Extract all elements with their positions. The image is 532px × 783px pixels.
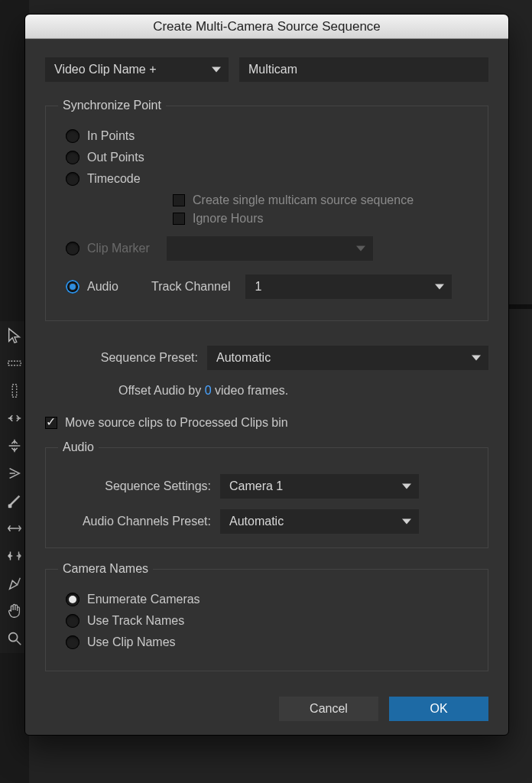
sequence-settings-value: Camera 1 bbox=[229, 479, 283, 493]
zoom-tool-icon[interactable] bbox=[3, 627, 26, 650]
checkbox-icon[interactable] bbox=[173, 194, 185, 206]
sequence-preset-value: Automatic bbox=[216, 351, 271, 365]
rolling-edit-icon[interactable] bbox=[3, 434, 26, 457]
track-channel-value: 1 bbox=[255, 280, 261, 294]
dialog-title: Create Multi-Camera Source Sequence bbox=[25, 15, 508, 39]
sequence-settings-dropdown[interactable]: Camera 1 bbox=[220, 474, 419, 499]
name-mode-value: Video Clip Name + bbox=[54, 63, 157, 76]
sequence-preset-dropdown[interactable]: Automatic bbox=[207, 346, 488, 370]
radio-label: Use Clip Names bbox=[87, 635, 176, 649]
sync-timecode[interactable]: Timecode bbox=[66, 172, 475, 186]
selection-tool-icon[interactable] bbox=[3, 324, 26, 347]
radio-icon bbox=[66, 635, 79, 649]
sequence-name-value: Multicam bbox=[248, 63, 297, 76]
slip-tool-icon[interactable] bbox=[3, 517, 26, 540]
razor-tool-icon[interactable] bbox=[3, 489, 26, 512]
multicam-dialog: Create Multi-Camera Source Sequence Vide… bbox=[24, 14, 509, 736]
offset-audio-value[interactable]: 0 bbox=[205, 384, 212, 397]
sync-in-points[interactable]: In Points bbox=[66, 129, 475, 143]
radio-icon bbox=[66, 280, 79, 294]
chevron-down-icon bbox=[435, 284, 444, 290]
radio-icon bbox=[66, 242, 79, 255]
checkbox-icon[interactable] bbox=[173, 213, 185, 225]
camera-names-legend: Camera Names bbox=[58, 562, 153, 576]
radio-icon bbox=[66, 172, 79, 186]
radio-label: Use Track Names bbox=[87, 614, 184, 628]
slide-tool-icon[interactable] bbox=[3, 544, 26, 567]
svg-rect-0 bbox=[8, 361, 21, 366]
sequence-settings-label: Sequence Settings: bbox=[58, 479, 211, 493]
camera-names-group: Camera Names Enumerate Cameras Use Track… bbox=[45, 562, 488, 671]
chevron-down-icon bbox=[472, 356, 481, 361]
chevron-down-icon bbox=[212, 67, 221, 73]
checkbox-label: Create single multicam source sequence bbox=[193, 193, 414, 207]
tc-ignore-hours: Ignore Hours bbox=[173, 212, 475, 226]
radio-label: Clip Marker bbox=[87, 242, 150, 255]
rate-stretch-icon[interactable] bbox=[3, 462, 26, 485]
audio-channels-preset-label: Audio Channels Preset: bbox=[58, 515, 211, 528]
sync-point-legend: Synchronize Point bbox=[58, 99, 166, 112]
checkbox-label: Move source clips to Processed Clips bin bbox=[65, 416, 288, 430]
radio-label: Timecode bbox=[87, 172, 141, 186]
cam-enumerate[interactable]: Enumerate Cameras bbox=[66, 593, 475, 606]
sequence-name-input[interactable]: Multicam bbox=[239, 57, 488, 82]
audio-channels-preset-dropdown[interactable]: Automatic bbox=[220, 509, 419, 534]
tc-create-single: Create single multicam source sequence bbox=[173, 193, 475, 207]
radio-icon bbox=[66, 593, 79, 606]
chevron-down-icon bbox=[402, 519, 411, 525]
radio-icon bbox=[66, 129, 79, 143]
svg-rect-1 bbox=[12, 385, 17, 398]
track-channel-dropdown[interactable]: 1 bbox=[245, 275, 452, 299]
checkbox-label: Ignore Hours bbox=[193, 212, 264, 226]
cam-clip-names[interactable]: Use Clip Names bbox=[66, 635, 475, 649]
radio-label: Audio bbox=[87, 280, 141, 294]
marquee-vertical-icon[interactable] bbox=[3, 379, 26, 402]
sequence-preset-label: Sequence Preset: bbox=[45, 351, 198, 365]
radio-icon bbox=[66, 151, 79, 164]
clip-marker-dropdown bbox=[167, 236, 373, 261]
offset-audio-text: Offset Audio by 0 video frames. bbox=[118, 384, 488, 398]
pen-tool-icon[interactable] bbox=[3, 572, 26, 595]
hand-tool-icon[interactable] bbox=[3, 599, 26, 622]
ok-button[interactable]: OK bbox=[389, 697, 488, 721]
audio-group: Audio Sequence Settings: Camera 1 Audio … bbox=[45, 440, 488, 548]
radio-label: Out Points bbox=[87, 151, 144, 164]
sync-clip-marker[interactable]: Clip Marker bbox=[66, 236, 475, 261]
cancel-button[interactable]: Cancel bbox=[279, 697, 378, 721]
radio-label: Enumerate Cameras bbox=[87, 593, 200, 606]
svg-rect-2 bbox=[8, 505, 12, 508]
svg-point-3 bbox=[9, 633, 18, 642]
sync-audio[interactable]: Audio Track Channel 1 bbox=[66, 275, 475, 299]
audio-channels-preset-value: Automatic bbox=[229, 515, 284, 528]
audio-legend: Audio bbox=[58, 440, 99, 454]
track-channel-label: Track Channel bbox=[151, 280, 230, 294]
radio-icon bbox=[66, 614, 79, 628]
ripple-edit-icon[interactable] bbox=[3, 407, 26, 430]
chevron-down-icon bbox=[356, 246, 365, 252]
chevron-down-icon bbox=[402, 484, 411, 489]
marquee-horizontal-icon[interactable] bbox=[3, 352, 26, 375]
cam-track-names[interactable]: Use Track Names bbox=[66, 614, 475, 628]
sync-out-points[interactable]: Out Points bbox=[66, 151, 475, 164]
name-mode-dropdown[interactable]: Video Clip Name + bbox=[45, 57, 229, 82]
sync-point-group: Synchronize Point In Points Out Points T… bbox=[45, 99, 488, 321]
radio-label: In Points bbox=[87, 129, 135, 143]
move-to-bin-checkbox-row[interactable]: Move source clips to Processed Clips bin bbox=[45, 416, 488, 430]
checkbox-icon[interactable] bbox=[45, 417, 57, 429]
